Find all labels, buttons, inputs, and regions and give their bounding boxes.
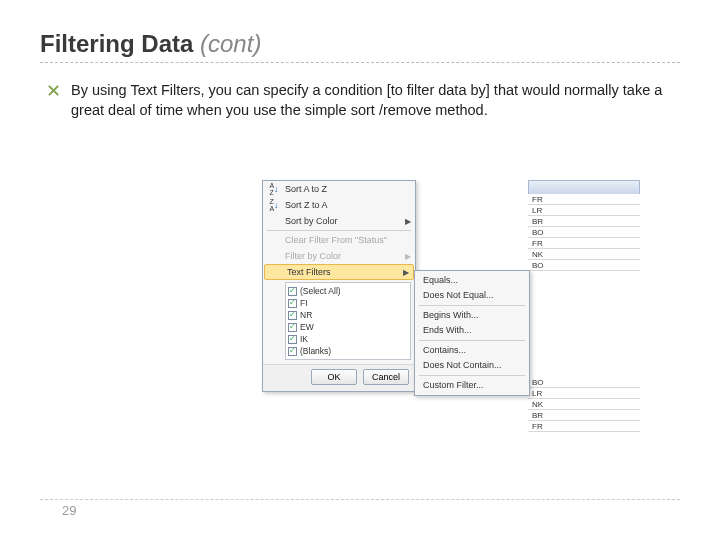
bullet-icon: ✕ (40, 81, 71, 120)
filter-check-item[interactable]: ✓(Select All) (288, 285, 408, 297)
cancel-button[interactable]: Cancel (363, 369, 409, 385)
filter-check-label: FI (300, 298, 308, 308)
worksheet-cell: NK (528, 249, 640, 260)
worksheet-cell: BO (528, 377, 640, 388)
worksheet-cell: FR (528, 421, 640, 432)
sort-za-item[interactable]: ZA↓ Sort Z to A (263, 197, 415, 213)
filter-check-label: EW (300, 322, 314, 332)
sort-az-icon: AZ↓ (267, 183, 281, 195)
checkbox-icon[interactable]: ✓ (288, 311, 297, 320)
bullet-text: By using Text Filters, you can specify a… (71, 81, 671, 120)
filter-by-color-item: Filter by Color ▶ (263, 248, 415, 264)
contains-item[interactable]: Contains... (415, 343, 529, 358)
filter-check-label: IK (300, 334, 308, 344)
sort-color-icon (267, 215, 281, 227)
chevron-right-icon: ▶ (405, 217, 411, 226)
ends-with-item[interactable]: Ends With... (415, 323, 529, 338)
worksheet-cell: FR (528, 238, 640, 249)
worksheet-cell: FR (528, 194, 640, 205)
begins-with-item[interactable]: Begins With... (415, 308, 529, 323)
filter-check-label: (Select All) (300, 286, 341, 296)
filter-check-item[interactable]: ✓FI (288, 297, 408, 309)
filter-check-item[interactable]: ✓(Blanks) (288, 345, 408, 357)
slide-title: Filtering Data (cont) (40, 30, 680, 58)
worksheet-cell: NK (528, 399, 640, 410)
clear-filter-item: Clear Filter From "Status" (263, 232, 415, 248)
text-filters-submenu[interactable]: Equals... Does Not Equal... Begins With.… (414, 270, 530, 396)
worksheet-cell: LR (528, 388, 640, 399)
excel-screenshot: FRLRBRBOFRNKBO BOLRNKBRFR AZ↓ Sort A to … (262, 180, 640, 410)
chevron-right-icon: ▶ (405, 252, 411, 261)
sort-za-icon: ZA↓ (267, 199, 281, 211)
not-equal-item[interactable]: Does Not Equal... (415, 288, 529, 303)
sort-az-item[interactable]: AZ↓ Sort A to Z (263, 181, 415, 197)
filter-color-icon (267, 250, 281, 262)
ok-button[interactable]: OK (311, 369, 357, 385)
worksheet-column: FRLRBRBOFRNKBO BOLRNKBRFR (528, 180, 640, 410)
filter-check-item[interactable]: ✓IK (288, 333, 408, 345)
autofilter-dropdown[interactable]: AZ↓ Sort A to Z ZA↓ Sort Z to A Sort by … (262, 180, 416, 392)
not-contain-item[interactable]: Does Not Contain... (415, 358, 529, 373)
title-main: Filtering Data (40, 30, 193, 57)
text-filters-item[interactable]: Text Filters ▶ (264, 264, 414, 280)
filter-check-label: NR (300, 310, 312, 320)
filter-check-item[interactable]: ✓NR (288, 309, 408, 321)
worksheet-cell: BR (528, 216, 640, 227)
sort-by-color-item[interactable]: Sort by Color ▶ (263, 213, 415, 229)
footer-divider (40, 499, 680, 500)
filter-checklist[interactable]: ✓(Select All)✓FI✓NR✓EW✓IK✓(Blanks) (285, 282, 411, 360)
chevron-right-icon: ▶ (403, 268, 409, 277)
title-divider (40, 62, 680, 63)
custom-filter-item[interactable]: Custom Filter... (415, 378, 529, 393)
checkbox-icon[interactable]: ✓ (288, 299, 297, 308)
funnel-clear-icon (267, 234, 281, 246)
worksheet-cell: BO (528, 260, 640, 271)
filter-check-item[interactable]: ✓EW (288, 321, 408, 333)
text-filters-icon (269, 266, 283, 278)
checkbox-icon[interactable]: ✓ (288, 287, 297, 296)
page-number: 29 (62, 503, 76, 518)
checkbox-icon[interactable]: ✓ (288, 335, 297, 344)
equals-item[interactable]: Equals... (415, 273, 529, 288)
checkbox-icon[interactable]: ✓ (288, 323, 297, 332)
worksheet-cell: BO (528, 227, 640, 238)
worksheet-cell: LR (528, 205, 640, 216)
title-suffix: (cont) (200, 30, 261, 57)
checkbox-icon[interactable]: ✓ (288, 347, 297, 356)
filter-check-label: (Blanks) (300, 346, 331, 356)
worksheet-cell: BR (528, 410, 640, 421)
